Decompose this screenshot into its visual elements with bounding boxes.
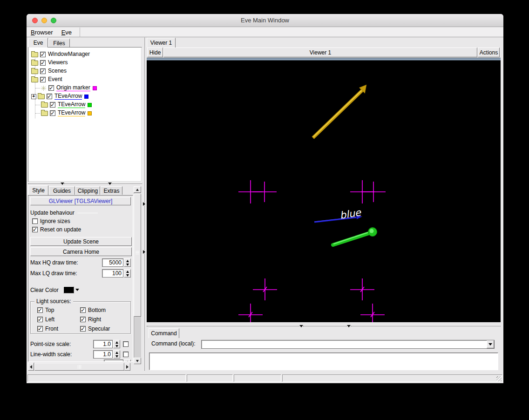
visibility-checkbox[interactable] xyxy=(40,68,46,74)
command-input[interactable] xyxy=(202,340,487,348)
menu-browser[interactable]: Browser xyxy=(27,28,57,37)
hscrollbar-thumb[interactable] xyxy=(34,363,124,371)
wireframe-spinner[interactable] xyxy=(124,359,131,362)
yellow-arrow[interactable] xyxy=(313,85,366,138)
menu-eve[interactable]: Eve xyxy=(57,28,76,37)
tree-item-label[interactable]: Event xyxy=(48,76,62,83)
light-bottom-checkbox[interactable] xyxy=(80,307,86,313)
color-swatch[interactable] xyxy=(84,95,88,99)
visibility-checkbox[interactable] xyxy=(40,60,46,66)
visibility-checkbox[interactable] xyxy=(47,94,52,99)
tab-viewer-1[interactable]: Viewer 1 xyxy=(147,38,176,47)
update-scene-button[interactable]: Update Scene xyxy=(30,237,132,246)
visibility-checkbox[interactable] xyxy=(40,77,46,82)
tree-row-origin-marker[interactable]: Origin marker xyxy=(28,84,97,92)
light-right-option[interactable]: Right xyxy=(80,316,127,323)
tree-row-tevearrow-blue[interactable]: TEveArrow xyxy=(28,92,88,101)
light-right-checkbox[interactable] xyxy=(80,317,86,322)
gl-canvas[interactable]: blue xyxy=(147,61,501,322)
reset-on-update-option[interactable]: Reset on update xyxy=(32,226,81,233)
clear-color-swatch[interactable] xyxy=(63,286,74,293)
tab-command[interactable]: Command xyxy=(149,328,179,338)
tree-item-label[interactable]: Scenes xyxy=(48,68,67,75)
tree-row-windowmanager[interactable]: WindowManager xyxy=(28,50,90,59)
visibility-checkbox[interactable] xyxy=(40,52,46,57)
tab-eve[interactable]: Eve xyxy=(28,38,48,47)
tree-item-label[interactable]: Viewers xyxy=(48,60,68,66)
ignore-sizes-option[interactable]: Ignore sizes xyxy=(32,218,70,224)
line-width-spinbox[interactable] xyxy=(93,350,113,359)
max-hq-spinner[interactable] xyxy=(124,258,131,267)
tree-row-tevearrow-green[interactable]: TEveArrow xyxy=(28,101,92,109)
tree-item-label[interactable]: WindowManager xyxy=(48,51,90,58)
ignore-sizes-checkbox[interactable] xyxy=(32,218,38,224)
scroll-right-icon[interactable] xyxy=(124,363,130,371)
window-titlebar[interactable]: Eve Main Window xyxy=(27,14,503,27)
light-top-option[interactable]: Top xyxy=(37,307,80,313)
tab-clipping[interactable]: Clipping xyxy=(75,186,100,195)
line-width-checkbox[interactable] xyxy=(123,352,129,357)
splitter-arrow-icon[interactable] xyxy=(143,202,145,206)
visibility-checkbox[interactable] xyxy=(50,102,55,108)
color-swatch[interactable] xyxy=(88,103,92,107)
splitter-arrow-icon[interactable] xyxy=(108,183,112,185)
tree-row-scenes[interactable]: Scenes xyxy=(28,67,67,75)
scroll-up-icon[interactable] xyxy=(134,186,141,193)
light-left-option[interactable]: Left xyxy=(37,316,80,323)
light-left-checkbox[interactable] xyxy=(37,317,43,322)
tab-style[interactable]: Style xyxy=(28,185,48,195)
splitter-arrow-icon[interactable] xyxy=(347,325,351,327)
tree-item-label[interactable]: TEveArrow xyxy=(58,102,85,108)
light-bottom-option[interactable]: Bottom xyxy=(80,307,127,313)
vscrollbar-thumb[interactable] xyxy=(134,194,141,317)
tree-row-tevearrow-yellow[interactable]: TEveArrow xyxy=(28,109,92,117)
tree-item-label[interactable]: TEveArrow xyxy=(54,93,82,100)
eve-tree-panel[interactable]: WindowManager Viewers Scenes Event xyxy=(28,47,142,182)
tree-style-splitter[interactable] xyxy=(28,182,142,185)
gl-viewport[interactable]: blue xyxy=(147,61,501,322)
hide-button[interactable]: Hide xyxy=(147,47,163,57)
point-size-spinner[interactable] xyxy=(113,340,120,348)
visibility-checkbox[interactable] xyxy=(48,85,54,91)
tree-item-label[interactable]: TEveArrow xyxy=(58,110,85,116)
green-arrow[interactable] xyxy=(333,228,377,245)
point-size-checkbox[interactable] xyxy=(123,341,129,347)
max-lq-spinbox[interactable] xyxy=(102,269,123,278)
color-swatch[interactable] xyxy=(88,111,92,115)
tree-row-viewers[interactable]: Viewers xyxy=(28,59,68,67)
tab-files[interactable]: Files xyxy=(48,39,70,47)
tab-extras[interactable]: Extras xyxy=(101,186,122,195)
glviewer-class-button[interactable]: GLViewer [TGLSAViewer] xyxy=(30,197,131,205)
reset-on-update-checkbox[interactable] xyxy=(32,227,38,232)
line-width-spinner[interactable] xyxy=(113,350,120,359)
light-top-checkbox[interactable] xyxy=(37,307,43,313)
tree-row-event[interactable]: Event xyxy=(28,75,62,84)
splitter-arrow-icon[interactable] xyxy=(299,325,303,327)
actions-button[interactable]: Actions xyxy=(478,47,500,57)
wireframe-spinbox[interactable] xyxy=(104,359,123,362)
command-combobox[interactable] xyxy=(201,340,495,349)
max-hq-spinbox[interactable] xyxy=(102,258,123,267)
splitter-arrow-icon[interactable] xyxy=(143,250,145,254)
tab-guides[interactable]: Guides xyxy=(49,186,75,195)
scroll-left-icon[interactable] xyxy=(28,363,34,371)
command-output[interactable] xyxy=(149,352,498,370)
resize-grip[interactable] xyxy=(496,376,502,381)
camera-home-button[interactable]: Camera Home xyxy=(30,247,132,256)
panel-splitter[interactable] xyxy=(142,38,147,371)
clear-color-dropdown[interactable] xyxy=(75,286,80,293)
light-front-option[interactable]: Front xyxy=(37,325,80,332)
point-size-spinbox[interactable] xyxy=(93,340,113,348)
light-specular-checkbox[interactable] xyxy=(80,326,86,332)
light-specular-option[interactable]: Specular xyxy=(80,325,127,332)
max-lq-spinner[interactable] xyxy=(124,269,131,278)
viewer-header-title[interactable]: Viewer 1 xyxy=(163,47,477,57)
tree-item-label[interactable]: Origin marker xyxy=(56,85,90,91)
light-front-checkbox[interactable] xyxy=(37,326,43,332)
expand-icon[interactable] xyxy=(31,94,36,99)
viewer-command-splitter[interactable] xyxy=(147,324,501,328)
color-swatch[interactable] xyxy=(93,86,97,90)
scroll-down-icon[interactable] xyxy=(134,358,141,364)
combo-dropdown-icon[interactable] xyxy=(487,340,494,348)
splitter-arrow-icon[interactable] xyxy=(61,183,64,185)
